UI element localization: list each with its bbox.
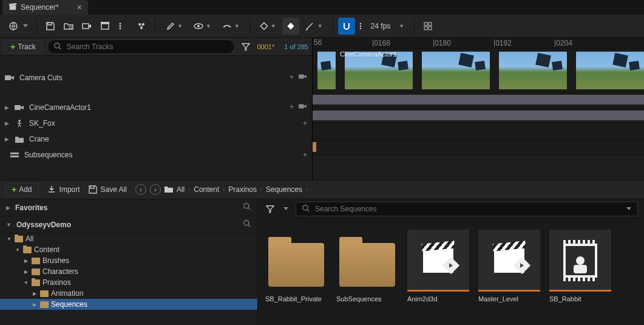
timeline[interactable]: 56 | 0168 | 0180 | 0192 | 0204 CineCamer… bbox=[312, 38, 644, 180]
thumbnail[interactable] bbox=[422, 52, 490, 89]
thumbnail[interactable] bbox=[499, 52, 567, 89]
history-fwd-button[interactable]: › bbox=[150, 184, 161, 195]
search-icon[interactable] bbox=[243, 220, 251, 230]
history-back-button[interactable]: ‹ bbox=[135, 184, 146, 195]
asset-item[interactable]: SubSequences bbox=[336, 230, 398, 314]
render-options-button[interactable] bbox=[115, 18, 132, 35]
curve-editor-button[interactable] bbox=[419, 18, 436, 35]
asset-filter-button[interactable] bbox=[264, 205, 276, 213]
tree-item[interactable]: ▼Content bbox=[0, 244, 257, 255]
key-dropdown[interactable]: ▼ bbox=[255, 18, 281, 35]
expand-icon[interactable]: ▶ bbox=[5, 120, 10, 126]
folder-icon bbox=[40, 290, 49, 297]
create-camera-button[interactable] bbox=[78, 18, 95, 35]
asset-item[interactable]: SB_Rabbit bbox=[549, 230, 611, 314]
asset-item[interactable]: Master_Level bbox=[478, 230, 540, 314]
cb-add-button[interactable]: + Add bbox=[5, 183, 39, 196]
track-subsequences[interactable]: Subsequences + bbox=[0, 147, 312, 163]
browse-button[interactable] bbox=[60, 18, 77, 35]
add-section-icon[interactable]: + bbox=[290, 103, 294, 112]
tree-item[interactable]: ▶Animation bbox=[0, 288, 257, 299]
track-crane[interactable]: ▶ Crane bbox=[0, 131, 312, 147]
search-icon[interactable] bbox=[243, 203, 251, 213]
chevron-down-icon[interactable] bbox=[626, 207, 631, 210]
close-icon[interactable]: × bbox=[77, 2, 82, 12]
skfox-track-lane[interactable] bbox=[313, 108, 644, 124]
autokey-mode-dropdown[interactable]: ▼ bbox=[300, 18, 328, 35]
expand-icon[interactable]: ▶ bbox=[32, 291, 38, 296]
tree-item[interactable]: ▶Brushes bbox=[0, 255, 257, 266]
svg-rect-26 bbox=[429, 27, 432, 30]
tree-item[interactable]: ▶Characters bbox=[0, 266, 257, 277]
cb-import-button[interactable]: Import bbox=[47, 185, 80, 194]
track-camera-cuts[interactable]: Camera Cuts + bbox=[0, 56, 312, 100]
thumbnail[interactable] bbox=[576, 52, 644, 89]
tab-sequencer[interactable]: Sequencer* × bbox=[2, 0, 88, 15]
svg-point-27 bbox=[55, 43, 59, 48]
track-search[interactable] bbox=[47, 39, 236, 54]
asset-search-input[interactable] bbox=[315, 205, 622, 213]
breadcrumb[interactable]: All bbox=[177, 185, 185, 194]
fps-dropdown[interactable]: 24 fps▼ bbox=[366, 18, 410, 35]
track-search-input[interactable] bbox=[67, 43, 229, 51]
snap-button[interactable] bbox=[338, 18, 355, 35]
folder-icon bbox=[15, 135, 24, 143]
crane-track-lane[interactable] bbox=[313, 124, 644, 140]
tree-item[interactable]: ▶Sequences bbox=[0, 299, 257, 310]
cinecamera-track-lane[interactable] bbox=[313, 92, 644, 108]
filter-button[interactable] bbox=[240, 43, 252, 51]
render-button[interactable] bbox=[97, 18, 114, 35]
add-section-icon[interactable]: + bbox=[303, 151, 307, 159]
svg-point-9 bbox=[120, 27, 121, 29]
add-track-button[interactable]: + Track bbox=[4, 40, 42, 53]
expand-icon[interactable]: ▶ bbox=[5, 136, 10, 142]
tree-item[interactable]: ▼Praxinos bbox=[0, 277, 257, 288]
world-dropdown[interactable] bbox=[5, 18, 22, 35]
thumbnail[interactable] bbox=[317, 52, 336, 89]
camera-cuts-track[interactable]: CineCameraActor1 bbox=[313, 49, 644, 92]
svg-rect-6 bbox=[101, 22, 109, 24]
save-button[interactable] bbox=[42, 18, 59, 35]
folder-icon bbox=[40, 301, 49, 308]
subsequences-track-lane[interactable] bbox=[313, 140, 644, 156]
svg-point-7 bbox=[120, 22, 121, 24]
asset-item[interactable]: SB_Rabbit_Private bbox=[265, 230, 327, 314]
lock-camera-icon[interactable] bbox=[299, 103, 307, 112]
expand-icon[interactable]: ▼ bbox=[23, 280, 29, 286]
folder-icon bbox=[32, 269, 40, 275]
expand-icon[interactable]: ▼ bbox=[15, 247, 21, 253]
favorites-header[interactable]: ▶ Favorites bbox=[0, 199, 257, 216]
expand-icon[interactable]: ▶ bbox=[5, 104, 10, 111]
view-dropdown[interactable]: ▼ bbox=[189, 18, 216, 35]
track-label: Subsequences bbox=[24, 151, 72, 159]
asset-item[interactable]: Anim2d3d bbox=[407, 230, 469, 314]
folder-thumb bbox=[336, 230, 398, 292]
breadcrumb[interactable]: Content bbox=[194, 185, 219, 194]
cb-source-tree: ▶ Favorites ▼ OdysseyvDemo ▼All▼Content▶… bbox=[0, 199, 258, 325]
expand-icon[interactable]: ▶ bbox=[23, 269, 29, 275]
asset-search[interactable] bbox=[296, 202, 638, 216]
snap-options-button[interactable] bbox=[356, 18, 365, 35]
timeline-ruler[interactable]: 56 | 0168 | 0180 | 0192 | 0204 bbox=[313, 38, 644, 49]
track-cinecamera[interactable]: ▶ CineCameraActor1 + bbox=[0, 100, 312, 115]
lock-camera-icon[interactable] bbox=[299, 73, 307, 82]
project-header[interactable]: ▼ OdysseyvDemo bbox=[0, 216, 257, 233]
playback-dropdown[interactable]: ▼ bbox=[217, 18, 245, 35]
tree-item-label: All bbox=[25, 234, 33, 243]
add-section-icon[interactable]: + bbox=[290, 73, 294, 82]
breadcrumb[interactable]: Praxinos bbox=[228, 185, 257, 194]
add-section-icon[interactable]: + bbox=[303, 119, 307, 128]
cb-saveall-button[interactable]: Save All bbox=[89, 185, 127, 194]
expand-icon[interactable]: ▶ bbox=[23, 258, 29, 264]
actions-dropdown[interactable]: ▼ bbox=[160, 18, 188, 35]
tree-item[interactable]: ▼All bbox=[0, 233, 257, 244]
breadcrumb[interactable]: Sequences bbox=[266, 185, 302, 194]
director-button[interactable] bbox=[133, 18, 150, 35]
autokey-button[interactable] bbox=[282, 18, 299, 35]
asset-grid: SB_Rabbit_PrivateSubSequencesAnim2d3dMas… bbox=[258, 219, 644, 325]
expand-icon[interactable]: ▶ bbox=[32, 302, 38, 307]
track-skfox[interactable]: ▶ SK_Fox + bbox=[0, 115, 312, 131]
expand-icon[interactable]: ▼ bbox=[6, 236, 12, 242]
svg-point-15 bbox=[224, 26, 225, 27]
track-outliner: + Track 0001* 1 of 285 Camera Cuts + ▶ C… bbox=[0, 38, 312, 180]
